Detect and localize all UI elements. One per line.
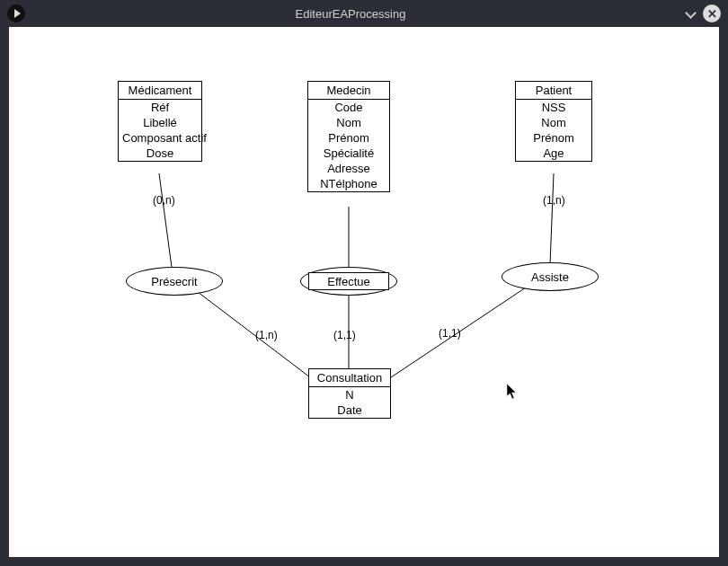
window-title: EditeurEAProcessing bbox=[34, 7, 667, 21]
svg-line-1 bbox=[198, 292, 310, 377]
entity-title: Medecin bbox=[308, 82, 389, 100]
entity-attr: Nom bbox=[308, 115, 389, 130]
entity-attr: Réf bbox=[119, 100, 201, 115]
diagram-canvas[interactable]: Médicament Réf Libellé Composant actif D… bbox=[9, 27, 719, 557]
title-bar: EditeurEAProcessing ✕ bbox=[0, 0, 728, 27]
entity-medicament[interactable]: Médicament Réf Libellé Composant actif D… bbox=[118, 81, 202, 162]
entity-title: Patient bbox=[516, 82, 591, 100]
svg-line-4 bbox=[550, 173, 554, 265]
entity-attr: Date bbox=[309, 402, 390, 418]
entity-title: Médicament bbox=[119, 82, 201, 100]
svg-line-0 bbox=[159, 173, 173, 274]
entity-attr: Prénom bbox=[516, 130, 591, 146]
cardinality-label: (1,1) bbox=[333, 329, 356, 341]
entity-attr: Prénom bbox=[308, 130, 389, 146]
entity-attr: Age bbox=[516, 146, 591, 161]
cardinality-label: (1,1) bbox=[439, 327, 461, 340]
minimize-icon[interactable] bbox=[685, 7, 697, 20]
entity-attr: NTélphone bbox=[308, 176, 389, 191]
relationship-assiste[interactable]: Assiste bbox=[502, 262, 599, 291]
entity-attr: NSS bbox=[516, 100, 591, 115]
play-icon bbox=[14, 9, 21, 18]
entity-attr: Libellé bbox=[119, 115, 201, 130]
relationship-label: Assiste bbox=[531, 270, 569, 284]
app-icon bbox=[7, 4, 25, 22]
close-icon[interactable]: ✕ bbox=[703, 4, 721, 22]
mouse-cursor-icon bbox=[507, 384, 518, 400]
entity-attr: Composant actif bbox=[119, 130, 201, 146]
relationship-label: Présecrit bbox=[151, 275, 197, 288]
entity-attr: N bbox=[309, 387, 390, 402]
cardinality-label: (0,n) bbox=[153, 194, 175, 207]
entity-attr: Adresse bbox=[308, 161, 389, 176]
entity-attr: Spécialité bbox=[308, 146, 389, 161]
entity-patient[interactable]: Patient NSS Nom Prénom Age bbox=[515, 81, 592, 162]
entity-title: Consultation bbox=[309, 369, 390, 387]
cardinality-label: (1,n) bbox=[543, 194, 565, 207]
cardinality-label: (1,n) bbox=[255, 329, 278, 341]
entity-attr: Code bbox=[308, 100, 389, 115]
relationship-effectue-overlay: Effectue bbox=[308, 272, 389, 290]
entity-consultation[interactable]: Consultation N Date bbox=[308, 368, 391, 419]
entity-attr: Nom bbox=[516, 115, 591, 130]
entity-attr: Dose bbox=[119, 146, 201, 161]
relationship-presecrit[interactable]: Présecrit bbox=[126, 267, 223, 296]
entity-medecin[interactable]: Medecin Code Nom Prénom Spécialité Adres… bbox=[307, 81, 390, 192]
